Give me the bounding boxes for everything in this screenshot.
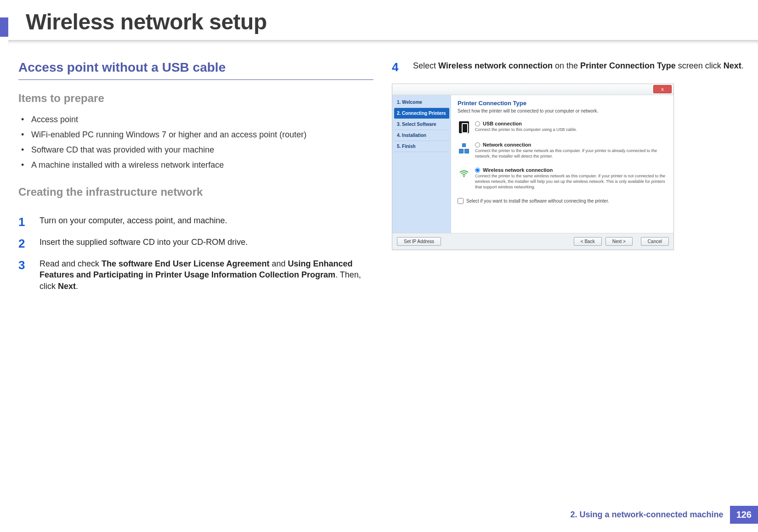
text-run: . <box>741 61 744 70</box>
step-text: Insert the supplied software CD into you… <box>40 237 248 248</box>
text-run: on the <box>553 61 580 70</box>
dialog-footer: Set IP Address < Back Next > Cancel <box>392 233 673 249</box>
option-desc: Connect the printer to the same network … <box>475 148 668 159</box>
radio-usb[interactable] <box>475 121 480 126</box>
steps-list: 1 Turn on your computer, access point, a… <box>18 206 373 292</box>
network-icon <box>458 142 470 155</box>
dialog-side-steps: 1. Welcome 2. Connecting Printers 3. Sel… <box>392 95 451 233</box>
step-text: Select Wireless network connection on th… <box>413 60 744 71</box>
list-item: Software CD that was provided with your … <box>18 142 373 158</box>
option-network-connection[interactable]: Network connection Connect the printer t… <box>458 142 668 159</box>
page-number: 126 <box>730 506 758 524</box>
text-run: . <box>76 282 78 291</box>
side-step-connecting-printers: 2. Connecting Printers <box>394 108 449 119</box>
right-column: 4 Select Wireless network connection on … <box>392 60 747 299</box>
left-column: Access point without a USB cable Items t… <box>18 60 373 299</box>
text-run: and <box>270 259 288 268</box>
step-2: 2 Insert the supplied software CD into y… <box>18 237 373 251</box>
dialog-subtext: Select how the printer will be connected… <box>458 108 668 113</box>
list-item: A machine installed with a wireless netw… <box>18 158 373 173</box>
side-step-installation: 4. Installation <box>394 130 449 141</box>
install-without-connecting-row[interactable]: Select if you want to install the softwa… <box>458 198 668 204</box>
title-divider <box>8 40 758 45</box>
bold-run: Wireless network connection <box>438 61 553 70</box>
step-number: 1 <box>18 215 29 229</box>
option-title: USB connection <box>483 121 522 126</box>
title-bar: Wireless network setup <box>0 0 758 45</box>
bold-run: Printer Connection Type <box>580 61 676 70</box>
next-button[interactable]: Next > <box>605 237 633 246</box>
side-step-finish: 5. Finish <box>394 141 449 152</box>
checkbox-install-without-connecting[interactable] <box>458 198 464 204</box>
text-run: Select <box>413 61 438 70</box>
page-footer: 2. Using a network-connected machine 126 <box>571 506 758 524</box>
step-3: 3 Read and check The software End User L… <box>18 258 373 292</box>
bold-run: Next <box>58 282 76 291</box>
step-text: Read and check The software End User Lic… <box>40 258 373 292</box>
installer-dialog: x 1. Welcome 2. Connecting Printers 3. S… <box>392 84 674 250</box>
dialog-titlebar: x <box>392 84 673 95</box>
side-step-select-software: 3. Select Software <box>394 119 449 130</box>
page-title: Wireless network setup <box>0 3 758 40</box>
step-4: 4 Select Wireless network connection on … <box>392 60 747 74</box>
items-list: Access point WiFi-enabled PC running Win… <box>18 112 373 177</box>
option-wireless-connection[interactable]: Wireless network connection Connect the … <box>458 167 668 190</box>
step-number: 4 <box>392 60 403 74</box>
option-desc: Connect the printer to this computer usi… <box>475 127 668 133</box>
footer-chapter: 2. Using a network-connected machine <box>571 510 730 520</box>
step-text: Turn on your computer, access point, and… <box>40 215 227 226</box>
section-heading-access-point: Access point without a USB cable <box>18 60 373 79</box>
checkbox-label: Select if you want to install the softwa… <box>466 198 609 204</box>
bold-run: Next <box>724 61 741 70</box>
step-1: 1 Turn on your computer, access point, a… <box>18 215 373 229</box>
usb-icon <box>458 121 470 134</box>
text-run: Read and check <box>40 259 102 268</box>
dialog-main: Printer Connection Type Select how the p… <box>451 95 673 233</box>
cancel-button[interactable]: Cancel <box>641 237 669 246</box>
title-accent-strip <box>0 17 8 37</box>
set-ip-button[interactable]: Set IP Address <box>397 237 441 246</box>
option-desc: Connect the printer to the same wireless… <box>475 174 668 190</box>
installer-dialog-screenshot: x 1. Welcome 2. Connecting Printers 3. S… <box>392 84 674 250</box>
option-title: Network connection <box>483 142 531 147</box>
list-item: WiFi-enabled PC running Windows 7 or hig… <box>18 127 373 142</box>
dialog-heading: Printer Connection Type <box>458 100 668 107</box>
bold-run: The software End User License Agreement <box>102 259 269 268</box>
radio-wireless[interactable] <box>475 168 480 173</box>
list-item: Access point <box>18 112 373 127</box>
svg-point-0 <box>463 176 464 177</box>
sub-heading-creating-infrastructure: Creating the infrastructure network <box>18 186 373 198</box>
sub-heading-items-to-prepare: Items to prepare <box>18 92 373 105</box>
radio-network[interactable] <box>475 142 480 147</box>
back-button[interactable]: < Back <box>574 237 602 246</box>
content-columns: Access point without a USB cable Items t… <box>0 45 758 299</box>
dialog-body: 1. Welcome 2. Connecting Printers 3. Sel… <box>392 95 673 233</box>
text-run: screen click <box>676 61 724 70</box>
option-usb-connection[interactable]: USB connection Connect the printer to th… <box>458 121 668 134</box>
side-step-welcome: 1. Welcome <box>394 97 449 108</box>
step-number: 2 <box>18 237 29 251</box>
option-title: Wireless network connection <box>483 167 553 173</box>
close-icon[interactable]: x <box>653 85 672 93</box>
section-divider <box>18 79 373 80</box>
wifi-icon <box>458 167 470 180</box>
step-number: 3 <box>18 258 29 272</box>
